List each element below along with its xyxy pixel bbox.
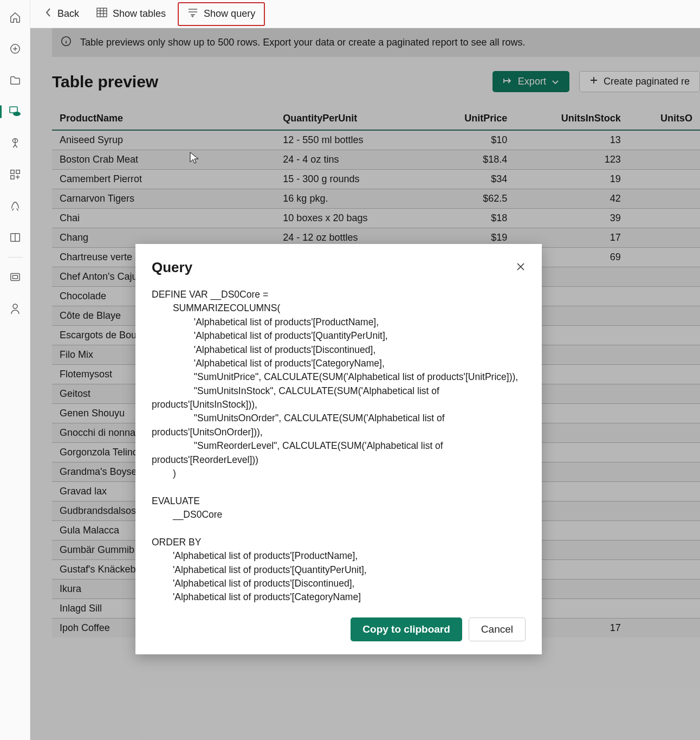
back-label: Back [57, 8, 79, 20]
back-button[interactable]: Back [36, 0, 88, 28]
user-icon[interactable] [8, 301, 23, 316]
learn-icon[interactable] [8, 230, 23, 245]
chevron-left-icon [44, 8, 52, 20]
create-icon[interactable] [8, 41, 23, 56]
left-nav-rail [0, 0, 30, 740]
query-icon [187, 8, 198, 20]
svg-rect-8 [12, 275, 17, 279]
onelake-icon[interactable] [8, 104, 23, 119]
modal-title: Query [152, 259, 192, 276]
modal-actions: Copy to clipboard Cancel [152, 617, 526, 641]
query-body[interactable]: DEFINE VAR __DS0Core = SUMMARIZECOLUMNS(… [152, 288, 526, 604]
svg-rect-5 [10, 176, 14, 179]
show-query-button[interactable]: Show query [178, 2, 265, 26]
query-modal: Query DEFINE VAR __DS0Core = SUMMARIZECO… [135, 244, 542, 654]
modal-header: Query [152, 259, 526, 276]
show-tables-button[interactable]: Show tables [88, 0, 174, 28]
show-query-label: Show query [204, 8, 255, 20]
home-icon[interactable] [8, 10, 23, 25]
svg-rect-3 [10, 170, 14, 173]
svg-point-2 [13, 112, 21, 116]
browse-icon[interactable] [8, 73, 23, 88]
close-button[interactable] [516, 262, 526, 273]
metrics-icon[interactable] [8, 136, 23, 151]
svg-rect-4 [16, 170, 19, 173]
copy-to-clipboard-button[interactable]: Copy to clipboard [351, 617, 462, 641]
show-tables-label: Show tables [113, 8, 166, 20]
svg-rect-7 [10, 274, 20, 281]
table-icon [96, 8, 107, 20]
cancel-button[interactable]: Cancel [469, 617, 526, 641]
nav-divider [8, 257, 23, 258]
apps-icon[interactable] [8, 167, 23, 182]
deploy-icon[interactable] [8, 198, 23, 214]
svg-point-9 [13, 304, 17, 308]
top-toolbar: Back Show tables Show query [30, 0, 700, 28]
svg-rect-10 [97, 8, 107, 17]
workspaces-icon[interactable] [8, 269, 23, 285]
